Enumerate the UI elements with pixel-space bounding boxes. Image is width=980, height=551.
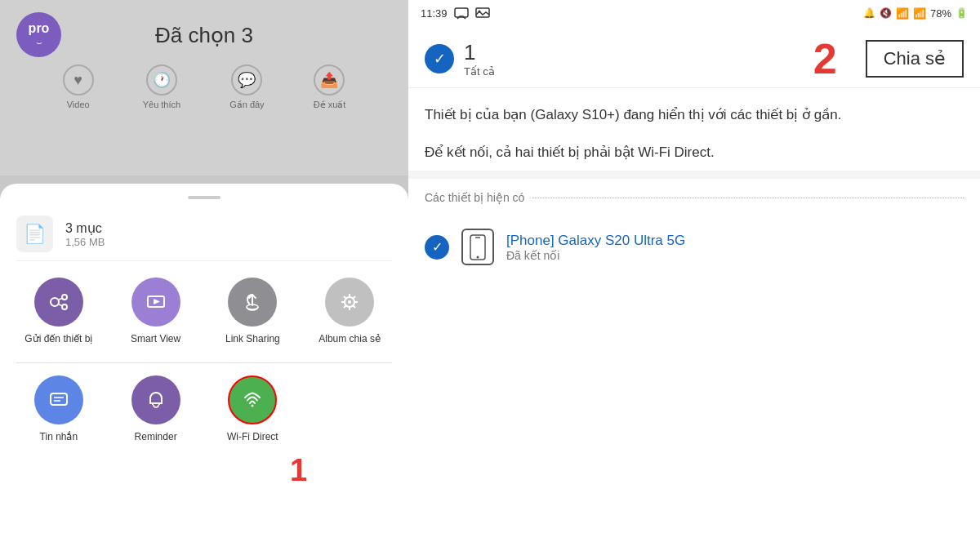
share-item-wifidirect[interactable]: Wi-Fi Direct — [211, 375, 296, 444]
message-icon — [34, 375, 83, 424]
header-left: ✓ 1 Tất cả — [425, 40, 495, 78]
selected-count: 1 — [464, 40, 495, 65]
status-time: 11:39 — [421, 7, 490, 20]
device-check-icon: ✓ — [425, 235, 449, 260]
sheet-handle — [188, 196, 220, 199]
top-icon-bar: ♥ Video 🕐 Yêu thích 💬 Gần đây 📤 Đề xuất — [63, 64, 346, 110]
reminder-label: Reminder — [135, 431, 177, 444]
all-label: Tất cả — [464, 65, 495, 78]
device-info: [Phone] Galaxy S20 Ultra 5G Đã kết nối — [506, 233, 685, 262]
top-icon-video[interactable]: ♥ Video — [63, 64, 94, 110]
divider — [16, 362, 392, 363]
battery-percent: 78% — [930, 7, 951, 20]
svg-line-15 — [353, 305, 355, 308]
svg-point-0 — [51, 298, 59, 306]
send-device-icon — [34, 278, 83, 327]
tat-ca-section: 1 Tất cả — [464, 40, 495, 78]
top-bar: pro ⌣ Đã chọn 3 ♥ Video 🕐 Yêu thích 💬 Gầ… — [0, 0, 408, 176]
svg-point-9 — [348, 300, 351, 304]
gray-divider — [408, 171, 980, 179]
top-icon-suggest[interactable]: 📤 Đề xuất — [314, 64, 346, 110]
badge-number-2: 2 — [813, 34, 837, 83]
file-name: 3 mục — [65, 220, 105, 236]
share-header: ✓ 1 Tất cả 2 Chia sẻ — [408, 26, 980, 88]
info-text-2: Để kết nối, cả hai thiết bị phải bật Wi-… — [425, 142, 964, 163]
share-item-reminder[interactable]: Reminder — [114, 375, 198, 444]
file-info: 📄 3 mục 1,56 MB — [16, 216, 392, 261]
svg-marker-6 — [154, 299, 160, 304]
top-icon-recent[interactable]: 💬 Gần đây — [229, 64, 264, 110]
dotted-divider — [532, 198, 964, 198]
svg-point-1 — [62, 295, 67, 300]
reminder-icon — [131, 375, 180, 424]
svg-point-30 — [477, 256, 479, 258]
suggest-label: Đề xuất — [314, 100, 346, 110]
suggest-icon: 📤 — [314, 64, 345, 96]
devices-section-header: Các thiết bị hiện có — [408, 179, 980, 216]
time-display: 11:39 — [421, 7, 448, 20]
info-section: Thiết bị của bạn (Galaxy S10+) đang hiển… — [408, 88, 980, 171]
share-item-message[interactable]: Tin nhắn — [16, 375, 101, 444]
recent-label: Gần đây — [229, 100, 264, 110]
svg-line-17 — [344, 305, 346, 308]
video-icon: ♥ — [63, 64, 94, 96]
page-title: Đã chọn 3 — [155, 23, 253, 48]
battery-icon: 🔋 — [956, 7, 968, 19]
right-panel: 11:39 🔔 🔇 📶 📶 78% 🔋 ✓ 1 Tất — [408, 0, 980, 551]
mute-icon: 🔇 — [880, 7, 892, 19]
bottom-sheet: 📄 3 mục 1,56 MB Gửi đến thiết bị — [0, 184, 408, 551]
svg-point-24 — [252, 404, 254, 407]
devices-label: Các thiết bị hiện có — [425, 191, 524, 204]
alarm-icon: 🔔 — [863, 7, 875, 19]
share-item-album[interactable]: Album chia sẻ — [307, 278, 392, 346]
image-status-icon — [475, 7, 490, 20]
wifidirect-icon — [228, 375, 277, 424]
svg-line-16 — [353, 296, 355, 299]
file-size: 1,56 MB — [65, 236, 105, 248]
file-details: 3 mục 1,56 MB — [65, 220, 105, 248]
device-phone-icon — [461, 229, 494, 265]
share-grid-row2: Tin nhắn Reminder — [16, 375, 392, 444]
video-label: Video — [67, 100, 90, 109]
signal-icon2: 📶 — [913, 7, 926, 20]
smartview-icon — [131, 278, 180, 327]
info-text-1: Thiết bị của bạn (Galaxy S10+) đang hiển… — [425, 104, 964, 126]
linksharing-label: Link Sharing — [225, 333, 280, 346]
message-status-icon — [454, 7, 469, 20]
share-item-linksharing[interactable]: Link Sharing — [211, 278, 296, 346]
pro-logo-text: pro — [29, 22, 50, 35]
file-icon: 📄 — [16, 216, 53, 252]
favorites-icon: 🕐 — [146, 64, 177, 96]
share-item-smartview[interactable]: Smart View — [114, 278, 198, 346]
status-right-icons: 🔔 🔇 📶 📶 78% 🔋 — [863, 7, 968, 20]
svg-line-3 — [59, 299, 62, 300]
signal-icon1: 📶 — [896, 7, 909, 20]
svg-line-4 — [59, 304, 62, 306]
recent-icon: 💬 — [231, 64, 262, 96]
svg-rect-18 — [51, 393, 67, 405]
left-panel: pro ⌣ Đã chọn 3 ♥ Video 🕐 Yêu thích 💬 Gầ… — [0, 0, 408, 551]
share-item-send-device[interactable]: Gửi đến thiết bị — [16, 278, 101, 346]
album-icon — [325, 278, 374, 327]
pro-logo-smile: ⌣ — [36, 37, 42, 48]
share-grid-row1: Gửi đến thiết bị Smart View — [16, 273, 392, 350]
message-label: Tin nhắn — [40, 431, 78, 444]
top-icon-favorites[interactable]: 🕐 Yêu thích — [143, 64, 180, 110]
svg-point-2 — [62, 304, 67, 309]
svg-line-14 — [344, 296, 346, 299]
wifidirect-label: Wi-Fi Direct — [227, 431, 278, 444]
device-name: [Phone] Galaxy S20 Ultra 5G — [506, 233, 685, 249]
chia-se-button[interactable]: Chia sẻ — [866, 40, 964, 78]
album-label: Album chia sẻ — [318, 333, 381, 346]
badge-number-1: 1 — [290, 453, 416, 488]
status-bar: 11:39 🔔 🔇 📶 📶 78% 🔋 — [408, 0, 980, 26]
linksharing-icon — [228, 278, 277, 327]
check-all-icon[interactable]: ✓ — [425, 44, 454, 73]
smartview-label: Smart View — [131, 333, 180, 346]
favorites-label: Yêu thích — [143, 100, 180, 109]
device-status: Đã kết nối — [506, 249, 685, 262]
device-list-item[interactable]: ✓ [Phone] Galaxy S20 Ultra 5G Đã kết nối — [408, 216, 980, 278]
pro-logo: pro ⌣ — [16, 12, 61, 57]
send-device-label: Gửi đến thiết bị — [24, 333, 92, 346]
